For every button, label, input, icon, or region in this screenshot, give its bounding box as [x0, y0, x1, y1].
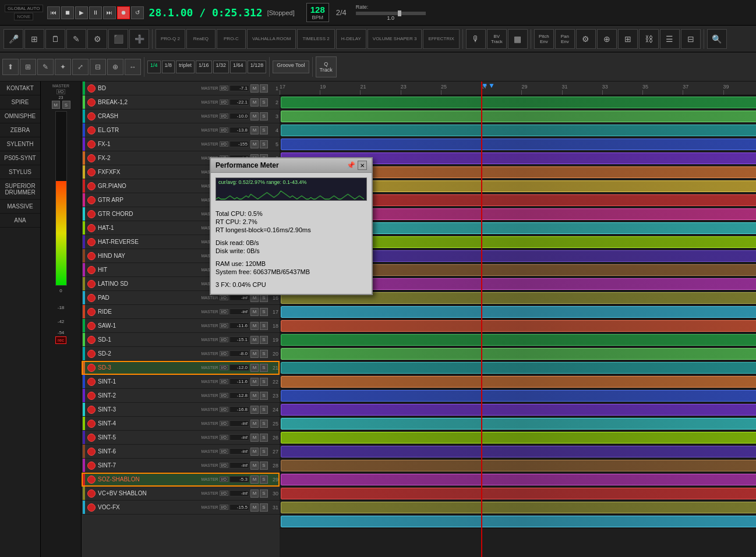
track-mute-button[interactable]: M [250, 364, 259, 372]
snap-triplet[interactable]: triplet [176, 61, 195, 73]
snap-164[interactable]: 1/64 [230, 61, 246, 73]
clip[interactable] [281, 362, 756, 374]
rec-button[interactable]: rec [55, 336, 66, 344]
track-row-break-1-2[interactable]: BREAK-1,2MASTERI/O-22.1MS2 [82, 95, 280, 109]
clip[interactable] [281, 320, 756, 332]
clip-row[interactable] [280, 375, 756, 389]
pause-button[interactable]: ⏸ [89, 6, 102, 19]
plugin-icon-6[interactable]: ⬛ [108, 29, 128, 49]
track-solo-button[interactable]: S [260, 503, 268, 512]
track-record-button[interactable] [87, 154, 96, 162]
tool-eraser[interactable]: ✦ [55, 59, 71, 75]
track-solo-button[interactable]: S [260, 112, 268, 120]
track-record-button[interactable] [87, 434, 96, 442]
clip-row[interactable] [280, 333, 756, 347]
track-record-button[interactable] [87, 182, 96, 190]
loop-button[interactable]: ↺ [131, 6, 144, 19]
track-record-button[interactable] [87, 406, 96, 414]
sidebar-item-sylenth[interactable]: SYLENTH [0, 137, 40, 151]
track-row-sint-3[interactable]: SINT-3MASTERI/O-16.8MS24 [82, 403, 280, 417]
tool-glue[interactable]: ⊕ [107, 59, 123, 75]
track-mute-button[interactable]: M [250, 126, 259, 134]
track-solo-button[interactable]: S [260, 308, 268, 316]
plugin-timeless[interactable]: TIMELESS 2 [297, 29, 334, 49]
zoom-icon[interactable]: 🔍 [707, 29, 727, 49]
track-record-button[interactable] [87, 364, 96, 372]
stop-button[interactable]: ⏹ [61, 6, 74, 19]
master-mute[interactable]: M [52, 101, 60, 109]
track-record-button[interactable] [87, 84, 96, 93]
sidebar-item-spire[interactable]: SPIRE [0, 95, 40, 109]
plugin-volume-shaper[interactable]: VOLUME SHAPER 3 [368, 29, 422, 49]
track-record-button[interactable] [87, 489, 96, 498]
plugin-icon-3[interactable]: 🗒 [45, 29, 65, 49]
track-record-button[interactable] [87, 266, 96, 274]
track-mute-button[interactable]: M [250, 84, 259, 93]
clip-row[interactable] [280, 459, 756, 473]
arrangement[interactable]: 17192123252729313335373941▼ [280, 81, 756, 557]
track-solo-button[interactable]: S [260, 392, 268, 400]
track-record-button[interactable] [87, 210, 96, 218]
track-io-button[interactable]: I/O [220, 491, 228, 496]
track-row-sint-4[interactable]: SINT-4MASTERI/O-infMS25 [82, 417, 280, 431]
clip[interactable] [281, 97, 756, 108]
track-solo-button[interactable]: S [260, 476, 268, 484]
track-mute-button[interactable]: M [250, 434, 259, 442]
track-solo-button[interactable]: S [260, 434, 268, 442]
track-record-button[interactable] [87, 350, 96, 358]
track-record-button[interactable] [87, 322, 96, 330]
track-mute-button[interactable]: M [250, 489, 259, 498]
record-button[interactable]: ⏺ [117, 6, 130, 19]
clip[interactable] [281, 334, 756, 346]
track-io-button[interactable]: I/O [220, 323, 228, 328]
plugin-hdelay[interactable]: H-DELAY [336, 29, 366, 49]
track-row-ride[interactable]: RIDEMASTERI/O-infMS17 [82, 305, 280, 319]
track-record-button[interactable] [87, 476, 96, 484]
clip-row[interactable] [280, 417, 756, 431]
groove-tool-button[interactable]: Groove Tool [273, 61, 309, 73]
track-solo-button[interactable]: S [260, 98, 268, 107]
track-io-button[interactable]: I/O [220, 477, 228, 482]
track-mute-button[interactable]: M [250, 378, 259, 386]
track-record-button[interactable] [87, 112, 96, 120]
track-solo-button[interactable]: S [260, 126, 268, 134]
track-solo-button[interactable]: S [260, 378, 268, 386]
clip[interactable] [281, 474, 756, 485]
track-io-button[interactable]: I/O [220, 449, 228, 454]
track-record-button[interactable] [87, 168, 96, 176]
track-io-button[interactable]: I/O [220, 463, 228, 468]
clip-row[interactable] [280, 501, 756, 515]
track-mute-button[interactable]: M [250, 406, 259, 414]
track-mute-button[interactable]: M [250, 112, 259, 120]
track-io-button[interactable]: I/O [220, 141, 228, 147]
track-row-bd[interactable]: BDMASTERI/O-7.1MS1 [82, 81, 280, 95]
clip[interactable] [281, 376, 756, 388]
plugin-icon-extra4[interactable]: ⛓ [639, 29, 659, 49]
clip-row[interactable] [280, 389, 756, 403]
track-row-soz-shablon[interactable]: SOZ-SHABLONMASTERI/O-5.3MS29 [82, 473, 280, 487]
clip-row[interactable] [280, 515, 756, 528]
clip[interactable] [281, 306, 756, 318]
track-row-sint-6[interactable]: SINT-6MASTERI/O-infMS27 [82, 445, 280, 459]
plugin-icon-extra3[interactable]: ⊞ [618, 29, 638, 49]
forward-button[interactable]: ⏭ [103, 6, 116, 19]
track-record-button[interactable] [87, 252, 96, 260]
track-io-button[interactable]: I/O [220, 435, 228, 440]
track-mute-button[interactable]: M [250, 140, 259, 148]
track-record-button[interactable] [87, 503, 96, 512]
track-row-voc-fx[interactable]: VOC-FXMASTERI/O-15.5MS31 [82, 501, 280, 515]
clip[interactable] [281, 111, 756, 122]
track-io-button[interactable]: I/O [220, 309, 228, 314]
clip-row[interactable] [280, 319, 756, 333]
track-record-button[interactable] [87, 336, 96, 344]
rewind-button[interactable]: ⏮ [47, 6, 60, 19]
snap-18[interactable]: 1/8 [162, 61, 175, 73]
clip-row[interactable] [280, 305, 756, 319]
pitch-env-icon[interactable]: PitchEnv [534, 29, 554, 49]
track-record-button[interactable] [87, 392, 96, 400]
clip[interactable] [281, 432, 756, 444]
track-row-el-gtr[interactable]: EL.GTRMASTERI/O-13.8MS4 [82, 123, 280, 137]
track-row-sd-3[interactable]: SD-3MASTERI/O-12.0MS21 [82, 361, 280, 375]
clip[interactable] [281, 418, 756, 430]
clip-row[interactable] [280, 123, 756, 137]
